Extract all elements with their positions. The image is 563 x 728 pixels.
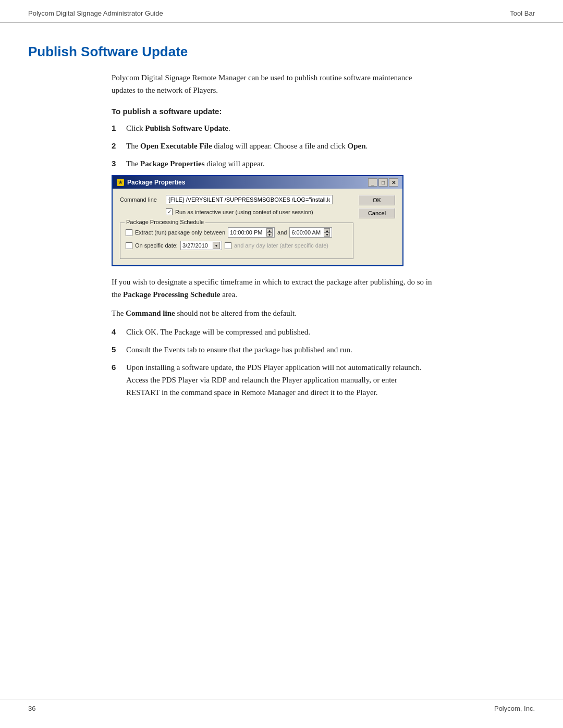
subheading: To publish a software update: (112, 107, 535, 116)
date-checkbox[interactable] (126, 242, 132, 249)
extract-checkbox[interactable] (126, 229, 132, 236)
step-2-text: The Open Executable File dialog will app… (126, 140, 429, 152)
page-content: Publish Software Update Polycom Digital … (0, 23, 563, 446)
time2-spinner[interactable]: ▲ ▼ (324, 228, 330, 237)
dialog-main: Command line ✓ Run as interactive user (… (120, 195, 353, 259)
step-3-bold: Package Properties (140, 159, 204, 168)
date-value: 3/27/2010 (182, 242, 213, 249)
step-4: 4 Click OK. The Package will be compress… (112, 326, 535, 338)
interactive-user-checkbox[interactable]: ✓ (166, 208, 173, 215)
after-dialog-bold-1: Package Processing Schedule (123, 290, 220, 299)
step-6: 6 Upon installing a software update, the… (112, 361, 535, 399)
time2-value: 6:00:00 AM (291, 229, 324, 236)
dialog-buttons: OK Cancel (359, 195, 395, 259)
step-3-num: 3 (112, 157, 126, 170)
time1-spinner[interactable]: ▲ ▼ (266, 228, 273, 237)
step-4-num: 4 (112, 326, 126, 338)
date-dropdown-button[interactable]: ▼ (213, 242, 220, 249)
header-right: Tool Bar (510, 9, 535, 17)
date-input[interactable]: 3/27/2010 ▼ (180, 241, 222, 250)
time1-value: 10:00:00 PM (230, 229, 266, 236)
page-title: Publish Software Update (28, 44, 535, 60)
time1-input[interactable]: 10:00:00 PM ▲ ▼ (228, 227, 275, 238)
dialog-body: Command line ✓ Run as interactive user (… (113, 189, 402, 265)
cancel-button[interactable]: Cancel (359, 208, 395, 218)
dialog-titlebar-buttons[interactable]: _ □ ✕ (368, 178, 398, 187)
steps-list: 1 Click Publish Software Update. 2 The O… (112, 122, 535, 170)
header-left: Polycom Digital Signage Administrator Gu… (28, 9, 163, 17)
schedule-group: Package Processing Schedule Extract (run… (120, 223, 353, 259)
after-date-checkbox[interactable] (225, 242, 231, 249)
ok-button[interactable]: OK (359, 195, 395, 205)
time1-spin-down[interactable]: ▼ (266, 232, 273, 237)
step-1-text: Click Publish Software Update. (126, 122, 429, 134)
step-1-bold: Publish Software Update (145, 124, 228, 132)
minimize-button[interactable]: _ (368, 178, 377, 187)
time2-spin-down[interactable]: ▼ (324, 232, 330, 237)
step-1: 1 Click Publish Software Update. (112, 122, 535, 134)
command-line-input[interactable] (166, 195, 333, 204)
time2-spin-up[interactable]: ▲ (324, 228, 330, 232)
dialog-title-text: Package Properties (127, 179, 185, 186)
intro-paragraph: Polycom Digital Signage Remote Manager c… (112, 71, 435, 96)
package-properties-dialog[interactable]: ★ Package Properties _ □ ✕ Command line (112, 175, 403, 266)
step-4-text: Click OK. The Package will be compressed… (126, 326, 429, 338)
after-date-label: and any day later (after specific date) (234, 242, 328, 249)
command-line-label: Command line (120, 196, 162, 203)
page-header: Polycom Digital Signage Administrator Gu… (0, 0, 563, 23)
interactive-user-label: Run as interactive user (using context o… (175, 209, 313, 215)
dialog-titlebar-left: ★ Package Properties (117, 179, 185, 186)
step-2-bold2: Open (348, 142, 366, 150)
extract-label: Extract (run) package only between (135, 229, 225, 236)
steps-list-2: 4 Click OK. The Package will be compress… (112, 326, 535, 399)
dialog-title-icon: ★ (117, 179, 124, 186)
step-3-text: The Package Properties dialog will appea… (126, 157, 429, 170)
after-dialog-para-2: The Command line should not be altered f… (112, 307, 435, 319)
extract-row: Extract (run) package only between 10:00… (126, 227, 348, 238)
time2-input[interactable]: 6:00:00 AM ▲ ▼ (289, 227, 332, 238)
after-dialog-para-1: If you wish to designate a specific time… (112, 276, 435, 301)
command-line-row: Command line (120, 195, 353, 204)
footer-page-number: 36 (28, 705, 35, 712)
interactive-user-row[interactable]: ✓ Run as interactive user (using context… (166, 208, 353, 215)
maximize-button[interactable]: □ (378, 178, 388, 187)
step-5-num: 5 (112, 343, 126, 356)
and-label: and (277, 229, 287, 236)
step-6-num: 6 (112, 361, 126, 399)
schedule-group-label: Package Processing Schedule (125, 219, 205, 225)
step-3: 3 The Package Properties dialog will app… (112, 157, 535, 170)
footer-company: Polycom, Inc. (494, 705, 535, 712)
step-5: 5 Consult the Events tab to ensure that … (112, 343, 535, 356)
time1-spin-up[interactable]: ▲ (266, 228, 273, 232)
dialog-wrapper: ★ Package Properties _ □ ✕ Command line (112, 175, 403, 266)
date-label: On specific date: (135, 242, 178, 249)
step-5-text: Consult the Events tab to ensure that th… (126, 343, 429, 356)
step-2: 2 The Open Executable File dialog will a… (112, 140, 535, 152)
page-footer: 36 Polycom, Inc. (0, 699, 563, 712)
dialog-titlebar: ★ Package Properties _ □ ✕ (113, 176, 402, 189)
step-1-num: 1 (112, 122, 126, 134)
close-button[interactable]: ✕ (389, 178, 398, 187)
step-2-num: 2 (112, 140, 126, 152)
step-2-bold1: Open Executable File (140, 142, 212, 150)
step-6-text: Upon installing a software update, the P… (126, 361, 429, 399)
command-line-bold: Command line (126, 309, 175, 317)
date-row: On specific date: 3/27/2010 ▼ and any da… (126, 241, 348, 250)
